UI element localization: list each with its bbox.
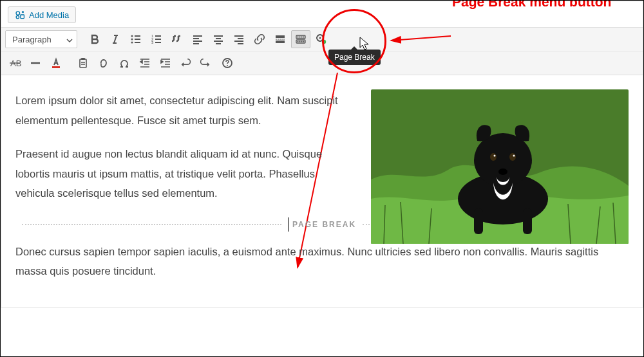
media-bar: Add Media xyxy=(1,1,643,28)
text-cursor xyxy=(288,217,289,232)
page-break-label: PAGE BREAK xyxy=(292,217,356,232)
svg-rect-15 xyxy=(298,41,299,42)
align-left-button[interactable] xyxy=(188,30,207,48)
editor-content[interactable]: Lorem ipsum dolor sit amet, consectetur … xyxy=(1,75,643,307)
bullet-list-button[interactable] xyxy=(126,30,146,48)
svg-rect-1 xyxy=(21,15,24,19)
svg-rect-10 xyxy=(298,37,299,38)
clear-formatting-button[interactable] xyxy=(94,54,113,72)
toolbar-toggle-icon xyxy=(294,33,307,46)
svg-point-0 xyxy=(16,12,20,15)
svg-rect-45 xyxy=(474,208,483,234)
read-more-button[interactable] xyxy=(270,30,290,48)
svg-rect-17 xyxy=(301,41,303,42)
link-button[interactable] xyxy=(250,30,269,48)
redo-button[interactable] xyxy=(197,54,216,72)
chevron-down-icon xyxy=(66,36,73,42)
editor-toolbar: Paragraph 123 AB xyxy=(1,28,643,75)
align-left-icon xyxy=(191,33,204,46)
paste-button[interactable] xyxy=(73,54,93,72)
number-list-button[interactable]: 123 xyxy=(147,30,166,48)
format-dropdown[interactable]: Paragraph xyxy=(5,30,77,48)
undo-icon xyxy=(180,57,193,69)
editor-container: Add Media Paragraph 123 xyxy=(1,1,643,307)
svg-point-3 xyxy=(131,35,133,37)
svg-point-26 xyxy=(100,64,102,66)
toolbar-row-2: ABC xyxy=(1,51,643,75)
paste-icon xyxy=(77,57,90,69)
paragraph-3: Donec cursus sapien tempor sapien iaculi… xyxy=(15,242,629,281)
format-dropdown-label: Paragraph xyxy=(12,35,52,44)
blockquote-icon xyxy=(171,33,184,46)
svg-point-28 xyxy=(227,65,228,66)
svg-point-41 xyxy=(509,153,516,161)
add-media-button[interactable]: Add Media xyxy=(8,6,76,23)
indent-button[interactable] xyxy=(156,54,175,72)
toolbar-row-1: Paragraph 123 xyxy=(1,28,643,51)
italic-icon xyxy=(109,33,122,46)
strikethrough-icon: ABC xyxy=(8,57,21,69)
svg-point-5 xyxy=(131,42,133,44)
svg-rect-18 xyxy=(303,41,305,42)
media-icon xyxy=(15,10,25,20)
bold-button[interactable] xyxy=(85,30,104,48)
svg-rect-23 xyxy=(52,66,60,68)
undo-button[interactable] xyxy=(176,54,196,72)
special-char-button[interactable] xyxy=(115,54,134,72)
svg-rect-25 xyxy=(81,58,85,60)
svg-point-42 xyxy=(494,155,496,157)
svg-point-43 xyxy=(513,155,515,157)
plugins-button[interactable] xyxy=(312,30,331,48)
bold-icon xyxy=(88,33,101,46)
svg-rect-12 xyxy=(301,37,303,38)
paragraph-1: Lorem ipsum dolor sit amet, consectetur … xyxy=(15,91,350,130)
align-right-icon xyxy=(232,33,245,46)
svg-point-4 xyxy=(131,39,133,41)
svg-point-40 xyxy=(490,153,497,161)
plugins-icon xyxy=(315,33,328,46)
paragraph-2: Praesent id augue non lectus blandit ali… xyxy=(15,144,350,203)
content-image[interactable] xyxy=(371,89,629,244)
number-list-icon: 123 xyxy=(150,33,163,46)
help-icon xyxy=(221,57,234,69)
toolbar-toggle-button[interactable] xyxy=(291,30,310,48)
align-center-button[interactable] xyxy=(209,30,228,48)
svg-rect-46 xyxy=(523,208,532,234)
svg-rect-24 xyxy=(80,59,86,68)
svg-text:3: 3 xyxy=(151,41,154,44)
help-button[interactable] xyxy=(218,54,237,72)
read-more-icon xyxy=(274,33,287,46)
special-char-icon xyxy=(118,57,131,69)
outdent-button[interactable] xyxy=(135,54,155,72)
svg-rect-16 xyxy=(299,41,301,42)
svg-rect-11 xyxy=(299,37,301,38)
add-media-label: Add Media xyxy=(29,10,69,20)
svg-point-44 xyxy=(498,169,507,175)
bullet-list-icon xyxy=(129,33,142,46)
horizontal-rule-icon xyxy=(29,57,42,69)
align-right-button[interactable] xyxy=(229,30,249,48)
redo-icon xyxy=(200,57,213,69)
outdent-icon xyxy=(138,57,151,69)
horizontal-rule-button[interactable] xyxy=(26,54,45,72)
link-icon xyxy=(253,33,266,46)
strikethrough-button[interactable]: ABC xyxy=(5,54,24,72)
align-center-icon xyxy=(212,33,225,46)
indent-icon xyxy=(159,57,172,69)
clear-formatting-icon xyxy=(97,57,110,69)
svg-point-39 xyxy=(474,133,532,187)
text-color-icon xyxy=(50,57,62,69)
svg-rect-13 xyxy=(303,37,305,38)
blockquote-button[interactable] xyxy=(167,30,187,48)
text-color-button[interactable] xyxy=(46,54,66,72)
svg-point-20 xyxy=(319,37,321,39)
svg-point-2 xyxy=(16,15,19,18)
italic-button[interactable] xyxy=(106,30,125,48)
